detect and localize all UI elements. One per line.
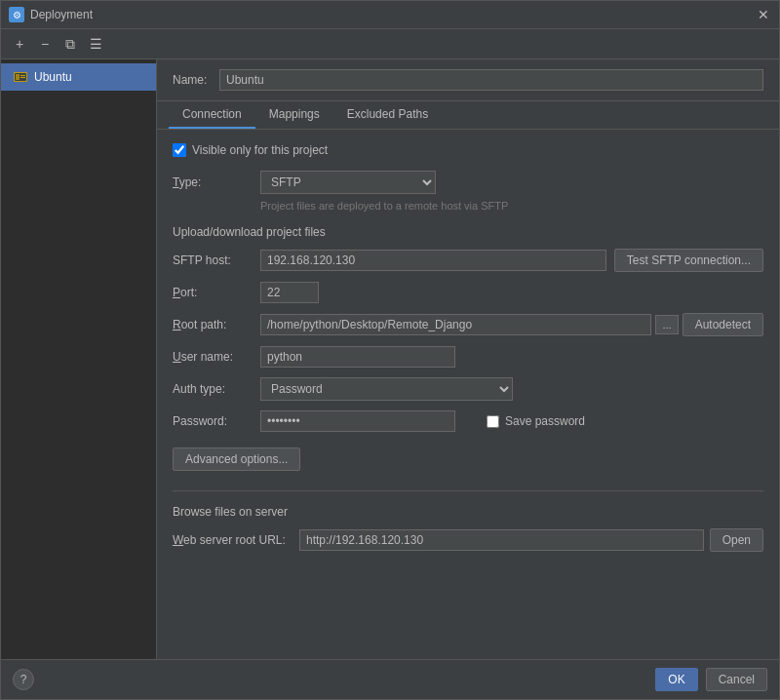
- advanced-options-button[interactable]: Advanced options...: [173, 447, 300, 471]
- toolbar: + − ⧉ ☰: [1, 29, 779, 59]
- web-url-label: Web server root URL:: [173, 533, 299, 547]
- port-input[interactable]: [260, 282, 319, 303]
- user-name-label: User name:: [173, 350, 260, 364]
- help-button[interactable]: ?: [13, 669, 34, 690]
- content-area: Name: Connection Mappings Excluded Paths…: [157, 59, 779, 659]
- name-input[interactable]: [219, 69, 763, 91]
- ok-button[interactable]: OK: [655, 668, 697, 691]
- section-divider: [173, 490, 763, 491]
- close-button[interactable]: ✕: [756, 7, 771, 22]
- move-button[interactable]: ☰: [85, 33, 106, 55]
- user-name-row: User name:: [173, 346, 763, 368]
- sidebar: Ubuntu: [1, 59, 157, 659]
- save-password-label: Save password: [505, 414, 585, 428]
- sidebar-item-ubuntu[interactable]: Ubuntu: [1, 63, 156, 91]
- autodetect-button[interactable]: Autodetect: [682, 313, 763, 336]
- visible-only-checkbox[interactable]: [173, 143, 186, 157]
- bottom-buttons: OK Cancel: [655, 668, 767, 691]
- sftp-host-row: SFTP host: Test SFTP connection...: [173, 249, 763, 272]
- browse-section-title: Browse files on server: [173, 505, 763, 519]
- server-icon: [13, 69, 28, 85]
- tab-connection[interactable]: Connection: [169, 101, 255, 129]
- title-bar: ⚙ Deployment ✕: [1, 1, 779, 29]
- tab-content: Visible only for this project Type: SFTP…: [157, 130, 779, 659]
- copy-button[interactable]: ⧉: [59, 33, 81, 55]
- root-path-row: Root path: ... Autodetect: [173, 313, 763, 336]
- upload-section-title: Upload/download project files: [173, 225, 763, 239]
- advanced-options-row: Advanced options...: [173, 447, 763, 471]
- type-row: Type: SFTP: [173, 171, 763, 194]
- dialog-title: Deployment: [30, 8, 93, 21]
- svg-rect-2: [16, 74, 20, 80]
- title-bar-left: ⚙ Deployment: [9, 7, 93, 22]
- deployment-dialog: ⚙ Deployment ✕ + − ⧉ ☰: [0, 0, 780, 700]
- remove-button[interactable]: −: [34, 33, 56, 55]
- svg-rect-4: [20, 77, 25, 78]
- test-sftp-button[interactable]: Test SFTP connection...: [614, 249, 763, 272]
- root-path-browse-button[interactable]: ...: [655, 315, 678, 334]
- type-hint: Project files are deployed to a remote h…: [260, 200, 763, 212]
- name-label: Name:: [173, 73, 212, 87]
- root-path-input[interactable]: [260, 314, 651, 335]
- port-row: Port:: [173, 282, 763, 303]
- tabs: Connection Mappings Excluded Paths: [157, 101, 779, 130]
- auth-type-label: Auth type:: [173, 382, 260, 396]
- port-label: Port:: [173, 286, 260, 299]
- tab-mappings[interactable]: Mappings: [255, 101, 333, 129]
- bottom-bar: ? OK Cancel: [1, 659, 779, 699]
- type-select[interactable]: SFTP: [260, 171, 436, 194]
- password-row: Password: Save password: [173, 410, 763, 432]
- deployment-icon: ⚙: [9, 7, 24, 22]
- password-label: Password:: [173, 414, 260, 428]
- root-path-label: Root path:: [173, 318, 260, 331]
- sftp-host-input[interactable]: [260, 250, 606, 271]
- user-name-input[interactable]: [260, 346, 455, 368]
- open-button[interactable]: Open: [710, 528, 763, 552]
- visible-only-label: Visible only for this project: [192, 143, 328, 157]
- auth-type-row: Auth type: Password Key pair OpenSSH con…: [173, 377, 763, 401]
- web-url-input[interactable]: [299, 529, 704, 551]
- cancel-button[interactable]: Cancel: [706, 668, 767, 691]
- svg-rect-3: [20, 75, 25, 76]
- type-label: Type:: [173, 175, 260, 189]
- auth-type-select[interactable]: Password Key pair OpenSSH config and aut…: [260, 377, 513, 401]
- sidebar-item-label: Ubuntu: [34, 70, 72, 84]
- name-row: Name:: [157, 59, 779, 101]
- save-password-checkbox[interactable]: [487, 415, 499, 428]
- visible-only-row: Visible only for this project: [173, 143, 763, 157]
- add-button[interactable]: +: [9, 33, 30, 55]
- web-url-row: Web server root URL: Open: [173, 528, 763, 552]
- password-input[interactable]: [260, 410, 455, 432]
- sftp-host-label: SFTP host:: [173, 253, 260, 267]
- tab-excluded-paths[interactable]: Excluded Paths: [333, 101, 442, 129]
- main-content: Ubuntu Name: Connection Mappings Exclude…: [1, 59, 779, 659]
